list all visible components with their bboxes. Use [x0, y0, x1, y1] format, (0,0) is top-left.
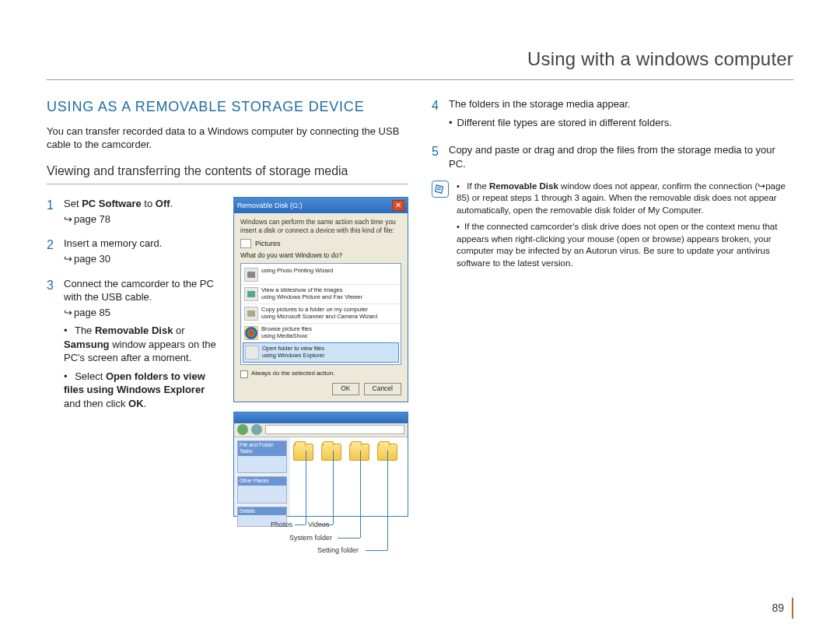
folder-icon	[293, 444, 313, 461]
close-icon[interactable]: ✕	[392, 200, 404, 211]
address-bar[interactable]	[265, 425, 404, 434]
sidebar-panel-header: Other Places	[238, 477, 286, 485]
category-label: Pictures	[255, 239, 281, 248]
bullet-bold: Removable Disk	[95, 325, 173, 336]
bullet-bold: Samsung	[64, 339, 110, 350]
step-number: 4	[432, 97, 441, 134]
step-bold: Off	[156, 198, 170, 209]
option-label: using Photo Printing Wizard	[261, 267, 334, 274]
explorer-sidebar: File and Folder Tasks Other Places Detai…	[234, 437, 290, 516]
step-text: Copy and paste or drag and drop the file…	[449, 144, 775, 170]
note-bold: Removable Disk	[489, 181, 558, 191]
copy-icon	[244, 307, 258, 321]
content-columns: USING AS A REMOVABLE STORAGE DEVICE You …	[47, 97, 793, 516]
explorer-folder-pane	[290, 437, 408, 516]
option-print[interactable]: using Photo Printing Wizard	[243, 265, 399, 284]
dialog-question: What do you want Windows to do?	[240, 251, 401, 260]
bullet-text: or	[173, 325, 184, 336]
option-sublabel: using Windows Picture and Fax Viewer	[261, 293, 362, 300]
step-3: 3 Connect the camcorder to the PC with t…	[47, 277, 222, 416]
dialog-titlebar: Removable Disk (G:) ✕	[234, 198, 408, 213]
step-bold: PC Software	[82, 198, 142, 209]
bullet-text: .	[144, 398, 147, 409]
step-text: .	[170, 198, 173, 209]
bullet-bold: OK	[128, 398, 144, 409]
page-ref: page 30	[64, 252, 222, 266]
dialog-title: Removable Disk (G:)	[237, 201, 303, 210]
media-icon	[244, 326, 258, 340]
callout-setting-folder: Setting folder	[317, 546, 359, 555]
note-item: If the Removable Disk window does not ap…	[457, 181, 793, 217]
page-ref: page 85	[64, 306, 222, 320]
steps-list: 1 Set PC Software to Off. page 78 2 Inse…	[47, 197, 222, 516]
step-text: to	[142, 198, 156, 209]
step-text: Connect the camcorder to the PC with the…	[64, 278, 214, 303]
sub-bullet: Select Open folders to view files using …	[64, 370, 222, 411]
right-column: 4 The folders in the storage media appea…	[432, 97, 793, 516]
checkbox-label: Always do the selected action.	[251, 370, 335, 378]
slideshow-icon	[244, 287, 258, 301]
sub-heading: Viewing and transferring the contents of…	[47, 163, 408, 185]
sub-bullet: Different file types are stored in diffe…	[449, 116, 793, 130]
folder-item[interactable]	[349, 444, 369, 510]
page-ref: page 78	[64, 212, 222, 226]
page-number: 89	[772, 598, 793, 619]
step-number: 3	[47, 277, 56, 416]
printer-icon	[244, 268, 258, 282]
sub-bullet: The Removable Disk or Samsung window app…	[64, 324, 222, 365]
option-open-folder[interactable]: Open folder to view filesusing Windows E…	[243, 342, 399, 363]
folder-icon	[349, 444, 369, 461]
step-text: The folders in the storage media appear.	[449, 98, 630, 110]
note-item: If the connected camcorder's disk drive …	[457, 221, 793, 269]
picture-icon	[240, 239, 251, 248]
screenshot-figures: Removable Disk (G:) ✕ Windows can perfor…	[233, 197, 408, 516]
option-sublabel: using Windows Explorer	[262, 352, 324, 359]
sidebar-panel-header: Details	[238, 507, 286, 515]
sidebar-panel-header: File and Folder Tasks	[238, 441, 286, 456]
step-4: 4 The folders in the storage media appea…	[432, 97, 793, 134]
step-text: Set	[64, 198, 82, 209]
option-slideshow[interactable]: View a slideshow of the imagesusing Wind…	[243, 284, 399, 303]
cancel-button[interactable]: Cancel	[364, 383, 401, 395]
folder-item[interactable]	[293, 444, 313, 510]
step-number: 1	[47, 197, 56, 226]
step-number: 5	[432, 143, 441, 170]
bullet-text: Select	[75, 370, 106, 382]
left-column: USING AS A REMOVABLE STORAGE DEVICE You …	[47, 97, 408, 516]
callout-videos: Videos	[308, 520, 329, 529]
bullet-text: and then click	[64, 398, 128, 409]
option-sublabel: using MediaShow	[261, 332, 307, 339]
step-2: 2 Insert a memory card. page 30	[47, 237, 222, 265]
note-icon	[432, 181, 449, 198]
explorer-toolbar	[234, 423, 408, 437]
step-number: 2	[47, 237, 56, 265]
folder-icon	[321, 444, 341, 461]
folder-icon	[245, 346, 259, 360]
screenshot-removable-disk-dialog: Removable Disk (G:) ✕ Windows can perfor…	[233, 197, 408, 402]
note-block: If the Removable Disk window does not ap…	[432, 181, 793, 275]
step-5: 5 Copy and paste or drag and drop the fi…	[432, 143, 793, 170]
checkbox-icon[interactable]	[240, 370, 248, 378]
back-icon[interactable]	[237, 424, 248, 435]
always-do-checkbox-row[interactable]: Always do the selected action.	[240, 370, 401, 378]
option-copy[interactable]: Copy pictures to a folder on my computer…	[243, 303, 399, 323]
option-sublabel: using Microsoft Scanner and Camera Wizar…	[261, 313, 377, 320]
bullet-text: The	[75, 325, 95, 336]
callout-photos: Photos	[271, 520, 292, 529]
folder-item[interactable]	[321, 444, 341, 510]
step-text: Insert a memory card.	[64, 237, 162, 249]
explorer-titlebar	[234, 412, 408, 423]
option-browse[interactable]: Browse picture filesusing MediaShow	[243, 323, 399, 342]
forward-icon[interactable]	[251, 424, 262, 435]
callout-system-folder: System folder	[289, 533, 332, 542]
page-header-title: Using with a windows computer	[47, 47, 793, 80]
option-list[interactable]: using Photo Printing Wizard View a slide…	[240, 263, 401, 365]
section-heading: USING AS A REMOVABLE STORAGE DEVICE	[47, 97, 408, 116]
ok-button[interactable]: OK	[332, 383, 359, 395]
note-text: If the	[467, 181, 489, 191]
screenshot-explorer-window: File and Folder Tasks Other Places Detai…	[233, 412, 408, 517]
step-1: 1 Set PC Software to Off. page 78	[47, 197, 222, 226]
dialog-message: Windows can perform the same action each…	[240, 218, 401, 233]
intro-text: You can transfer recorded data to a Wind…	[47, 125, 408, 152]
